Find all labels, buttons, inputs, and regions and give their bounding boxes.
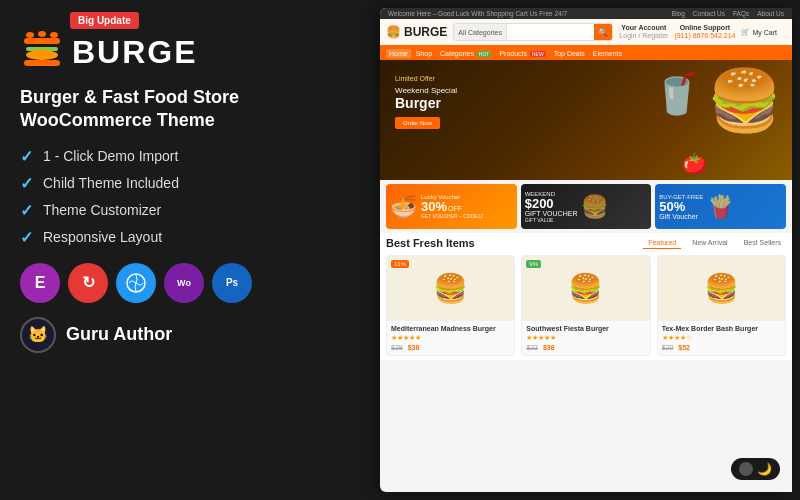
author-label: Guru Author xyxy=(66,324,172,345)
left-panel: Big Update BURGE Burger & Fast Food Stor… xyxy=(0,0,380,500)
toggle-circle xyxy=(739,462,753,476)
nav-logo-text: BURGE xyxy=(404,25,447,39)
burger-logo-icon xyxy=(20,30,64,74)
tab-new-arrival[interactable]: New Arrival xyxy=(687,237,732,249)
feature-item-3: ✓ Theme Customizer xyxy=(20,201,360,220)
nav-burger-icon: 🍔 xyxy=(386,25,401,39)
voucher-food-icon-3: 🍟 xyxy=(707,194,734,220)
voucher-sub-2: GIFT VALUE xyxy=(525,217,578,223)
section-header: Best Fresh Items Featured New Arrival Be… xyxy=(386,237,786,249)
product-food-icon-3: 🍔 xyxy=(704,272,739,305)
author-row: 🐱 Guru Author xyxy=(20,317,360,353)
elementor-badge: E xyxy=(20,263,60,303)
menu-bar: Home Shop Categories HOT Products NEW To… xyxy=(380,47,792,60)
category-dropdown[interactable]: All Categories xyxy=(454,24,507,40)
svg-point-4 xyxy=(26,32,34,38)
feature-label-4: Responsive Layout xyxy=(43,229,162,245)
feature-label-1: 1 - Click Demo Import xyxy=(43,148,178,164)
welcome-text: Welcome Here – Good Luck With Shopping C… xyxy=(388,10,567,17)
product-stars-3: ★★★★☆ xyxy=(662,334,781,342)
product-price-3: $20 $52 xyxy=(662,344,781,351)
check-icon-4: ✓ xyxy=(20,228,33,247)
product-stars-2: ★★★★★ xyxy=(526,334,645,342)
feature-label-3: Theme Customizer xyxy=(43,202,161,218)
product-price-2: $22 $38 xyxy=(526,344,645,351)
product-card-3[interactable]: 🍔 Tex-Mex Border Bash Burger ★★★★☆ $20 $… xyxy=(657,255,786,356)
voucher-section: 🍜 Lucky Voucher 30% OFF GET VOUCHER – CO… xyxy=(380,180,792,233)
menu-home[interactable]: Home xyxy=(386,49,411,58)
support-item: Online Support (911) 8676 542 214 xyxy=(674,24,735,41)
price-current-1: $38 xyxy=(408,344,420,351)
search-button[interactable]: 🔍 xyxy=(594,24,612,40)
search-bar[interactable]: All Categories 🔍 xyxy=(453,23,613,41)
account-item[interactable]: Your Account Login / Register xyxy=(619,24,668,41)
blog-link[interactable]: Blog xyxy=(672,10,685,17)
product-name-2: Southwest Fiesta Burger xyxy=(526,325,645,332)
product-info-1: Mediterranean Madness Burger ★★★★★ $28 $… xyxy=(387,321,514,355)
svg-point-5 xyxy=(38,31,46,37)
menu-categories[interactable]: Categories HOT xyxy=(437,49,494,58)
hero-content: Limited Offer Weekend Special Burger Ord… xyxy=(395,75,457,129)
woocommerce-badge: Wo xyxy=(164,263,204,303)
product-info-2: Southwest Fiesta Burger ★★★★★ $22 $38 xyxy=(522,321,649,355)
price-old-3: $20 xyxy=(662,344,674,351)
product-card-1[interactable]: 🍔 11% Mediterranean Madness Burger ★★★★★… xyxy=(386,255,515,356)
menu-elements[interactable]: Elements xyxy=(590,49,625,58)
nav-bar: 🍔 BURGE All Categories 🔍 Your Account Lo… xyxy=(380,19,792,47)
feature-item-4: ✓ Responsive Layout xyxy=(20,228,360,247)
voucher-card-3: BUY-GET-FREE 50% Gift Voucher 🍟 xyxy=(655,184,786,229)
logo-area: BURGE xyxy=(20,30,360,74)
hero-drink-visual: 🥤 xyxy=(652,70,702,117)
voucher-text-2: WEEKEND $200 GIFT VOUCHER GIFT VALUE xyxy=(525,191,578,223)
product-food-icon-2: 🍔 xyxy=(568,272,603,305)
section-title: Best Fresh Items xyxy=(386,237,475,249)
tab-featured[interactable]: Featured xyxy=(643,237,681,249)
contact-link[interactable]: Contact Us xyxy=(693,10,725,17)
svg-rect-3 xyxy=(24,60,60,66)
product-info-3: Tex-Mex Border Bash Burger ★★★★☆ $20 $52 xyxy=(658,321,785,355)
product-badge-2: 9% xyxy=(526,260,541,268)
menu-products[interactable]: Products NEW xyxy=(496,49,548,58)
voucher-sub-1: GET VOUCHER – CODE12 xyxy=(421,213,483,219)
menu-top-deals[interactable]: Top Deals xyxy=(551,49,588,58)
product-badge-1: 11% xyxy=(391,260,409,268)
voucher-card-1: 🍜 Lucky Voucher 30% OFF GET VOUCHER – CO… xyxy=(386,184,517,229)
hero-order-button[interactable]: Order Now xyxy=(395,117,440,129)
right-panel: Welcome Here – Good Luck With Shopping C… xyxy=(380,8,792,492)
product-name-3: Tex-Mex Border Bash Burger xyxy=(662,325,781,332)
moon-icon: 🌙 xyxy=(757,462,772,476)
product-card-2[interactable]: 🍔 9% Southwest Fiesta Burger ★★★★★ $22 $… xyxy=(521,255,650,356)
dark-mode-toggle[interactable]: 🌙 xyxy=(731,458,780,480)
welcome-bar: Welcome Here – Good Luck With Shopping C… xyxy=(380,8,792,19)
price-current-3: $52 xyxy=(678,344,690,351)
welcome-links: Blog Contact Us FAQs About Us xyxy=(672,10,784,17)
product-food-icon-1: 🍔 xyxy=(433,272,468,305)
product-grid: 🍔 11% Mediterranean Madness Burger ★★★★★… xyxy=(386,255,786,356)
support-number: (911) 8676 542 214 xyxy=(674,32,735,40)
best-items-section: Best Fresh Items Featured New Arrival Be… xyxy=(380,233,792,360)
product-price-1: $28 $38 xyxy=(391,344,510,351)
gift-voucher-label-3: Gift Voucher xyxy=(659,213,703,220)
cart-item[interactable]: 🛒 My Cart xyxy=(741,28,777,36)
account-label: Your Account xyxy=(619,24,668,32)
login-register-label: Login / Register xyxy=(619,32,668,40)
svg-point-2 xyxy=(26,50,58,60)
cart-label: My Cart xyxy=(752,29,777,36)
guru-author-icon: 🐱 xyxy=(20,317,56,353)
menu-shop[interactable]: Shop xyxy=(413,49,435,58)
tagline: Burger & Fast Food Store WooCommerce The… xyxy=(20,86,360,133)
about-link[interactable]: About Us xyxy=(757,10,784,17)
price-old-1: $28 xyxy=(391,344,403,351)
faqs-link[interactable]: FAQs xyxy=(733,10,749,17)
product-image-2: 🍔 9% xyxy=(522,256,649,321)
tab-best-sellers[interactable]: Best Sellers xyxy=(739,237,786,249)
price-current-2: $38 xyxy=(543,344,555,351)
search-input[interactable] xyxy=(507,24,594,40)
voucher-food-icon-2: 🍔 xyxy=(581,194,608,220)
feature-label-2: Child Theme Included xyxy=(43,175,179,191)
features-list: ✓ 1 - Click Demo Import ✓ Child Theme In… xyxy=(20,147,360,247)
svg-point-6 xyxy=(50,32,58,38)
cart-icon: 🛒 xyxy=(741,28,750,36)
photoshop-badge: Ps xyxy=(212,263,252,303)
hero-burger-visual: 🍔 xyxy=(707,65,782,136)
